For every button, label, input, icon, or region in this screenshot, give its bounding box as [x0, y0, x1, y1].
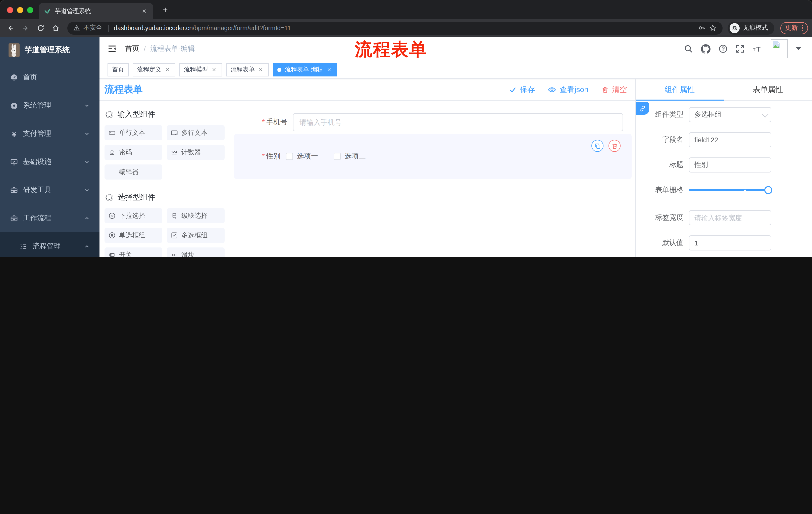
sidebar-item-infrastructure[interactable]: 基础设施 [0, 148, 99, 176]
tab-form-props[interactable]: 表单属性 [724, 79, 812, 100]
tags-view-bar: 首页 流程定义✕ 流程模型✕ 流程表单✕ 流程表单-编辑✕ [99, 61, 812, 79]
security-label: 不安全 [83, 24, 102, 32]
yen-icon: ¥ [10, 130, 18, 138]
avatar-caret-icon[interactable] [796, 47, 801, 50]
form-canvas[interactable]: 手机号 性别 选项一 [230, 101, 635, 257]
form-grid-slider[interactable] [689, 183, 772, 198]
tag-process-definition[interactable]: 流程定义✕ [133, 63, 175, 76]
palette-item-textarea[interactable]: 多行文本 [167, 125, 225, 140]
zoom-window-button[interactable] [27, 7, 33, 13]
duplicate-component-button[interactable] [591, 140, 604, 152]
breadcrumb-current: 流程表单-编辑 [150, 44, 195, 53]
phone-label: 手机号 [244, 118, 287, 127]
label-width-input[interactable] [689, 210, 771, 225]
palette-item-single-text[interactable]: 单行文本 [105, 125, 162, 140]
password-key-icon[interactable] [698, 24, 705, 32]
component-palette: 输入型组件 单行文本 多行文本 [99, 101, 230, 257]
update-browser-button[interactable]: 更新 [780, 22, 808, 34]
reload-button[interactable] [34, 21, 47, 34]
slider-handle[interactable] [764, 186, 772, 194]
back-button[interactable] [4, 21, 17, 34]
github-icon[interactable] [701, 44, 710, 54]
canvas-field-phone[interactable]: 手机号 [244, 113, 623, 131]
palette-item-cascader[interactable]: 级联选择 [167, 208, 225, 223]
slider-track[interactable] [689, 189, 772, 191]
palette-item-counter[interactable]: 123 计数器 [167, 145, 225, 160]
fullscreen-icon[interactable] [736, 44, 745, 53]
designer-title: 流程表单 [105, 83, 143, 96]
stream-icon [20, 242, 28, 250]
default-value-input[interactable] [689, 235, 771, 250]
new-tab-button[interactable]: + [160, 4, 171, 16]
tag-close-icon[interactable]: ✕ [210, 66, 218, 73]
search-icon[interactable] [684, 44, 693, 53]
sidebar: 芋道管理系统 首页 系统管理 ¥ 支付管理 基础设施 [0, 37, 99, 257]
palette-item-radio-group[interactable]: 单选框组 [105, 228, 162, 243]
checkbox-icon[interactable] [286, 153, 293, 160]
save-button[interactable]: 保存 [509, 85, 535, 94]
trash-icon [611, 142, 618, 149]
lock-icon [109, 149, 116, 156]
component-type-select[interactable]: 多选框组 [689, 107, 771, 122]
favicon-leaf-icon [44, 7, 51, 15]
breadcrumb-home[interactable]: 首页 [125, 44, 139, 53]
svg-text:T: T [753, 47, 755, 52]
eye-icon [548, 85, 556, 94]
checkbox-icon[interactable] [334, 153, 341, 160]
browser-menu-icon[interactable] [802, 25, 803, 31]
palette-item-checkbox-group[interactable]: 多选框组 [167, 228, 225, 243]
bookmark-star-icon[interactable] [709, 24, 716, 32]
close-window-button[interactable] [7, 7, 13, 13]
view-json-button[interactable]: 查看json [548, 85, 588, 94]
chevron-down-icon [84, 103, 89, 108]
help-icon[interactable] [719, 44, 728, 53]
avatar[interactable] [771, 39, 788, 58]
sidebar-item-payment[interactable]: ¥ 支付管理 [0, 120, 99, 148]
palette-item-slider[interactable]: 滑块 [167, 247, 225, 257]
sidebar-item-system[interactable]: 系统管理 [0, 91, 99, 120]
tag-home[interactable]: 首页 [108, 63, 128, 76]
puzzle-icon [106, 193, 114, 201]
tag-close-icon[interactable]: ✕ [257, 66, 264, 73]
palette-item-password[interactable]: 密码 [105, 145, 162, 160]
phone-input[interactable] [293, 113, 623, 131]
delete-component-button[interactable] [609, 140, 620, 152]
minimize-window-button[interactable] [17, 7, 23, 13]
palette-section-select: 选择型组件 [106, 193, 225, 202]
palette-item-editor[interactable]: 编辑器 [105, 164, 162, 180]
gender-option-1[interactable]: 选项一 [286, 152, 318, 161]
sidebar-item-devtools[interactable]: 研发工具 [0, 176, 99, 204]
home-button[interactable] [49, 21, 62, 34]
sidebar-item-process-management[interactable]: 流程管理 [0, 232, 99, 257]
form-grid-label: 表单栅格 [641, 186, 684, 195]
address-bar[interactable]: 不安全 dashboard.yudao.iocoder.cn/bpm/manag… [67, 21, 722, 34]
sidebar-collapse-icon[interactable] [108, 44, 117, 53]
field-name-input[interactable] [689, 132, 771, 147]
tag-process-form-edit[interactable]: 流程表单-编辑✕ [273, 63, 337, 76]
tag-process-model[interactable]: 流程模型✕ [179, 63, 222, 76]
palette-section-input: 输入型组件 [106, 110, 225, 119]
tab-close-icon[interactable]: ✕ [140, 7, 148, 15]
forward-button[interactable] [19, 21, 32, 34]
props-body: 组件类型 多选框组 字段名 标题 表单栅格 [636, 101, 812, 257]
clear-button[interactable]: 清空 [602, 85, 627, 94]
sidebar-item-workflow[interactable]: 工作流程 [0, 204, 99, 232]
browser-window: 芋道管理系统 ✕ + 不安全 dashboard.yudao.iocod [0, 0, 812, 257]
tab-component-props[interactable]: 组件属性 [636, 79, 724, 100]
sidebar-item-home[interactable]: 首页 [0, 63, 99, 91]
puzzle-icon [106, 110, 114, 118]
tag-close-icon[interactable]: ✕ [326, 66, 332, 73]
gender-option-2[interactable]: 选项二 [334, 152, 366, 161]
trash-icon [602, 86, 609, 93]
canvas-field-gender-selected[interactable]: 性别 选项一 选项二 [234, 134, 632, 179]
tag-close-icon[interactable]: ✕ [164, 66, 171, 73]
font-size-icon[interactable]: TT [753, 44, 763, 53]
palette-item-switch[interactable]: 开关 [105, 247, 162, 257]
browser-tab[interactable]: 芋道管理系统 ✕ [39, 3, 153, 19]
tag-process-form[interactable]: 流程表单✕ [226, 63, 269, 76]
link-tag[interactable] [636, 102, 649, 115]
title-input[interactable] [689, 157, 771, 172]
palette-item-select[interactable]: 下拉选择 [105, 208, 162, 223]
cascader-icon [171, 212, 178, 219]
chevron-down-icon [84, 131, 89, 136]
